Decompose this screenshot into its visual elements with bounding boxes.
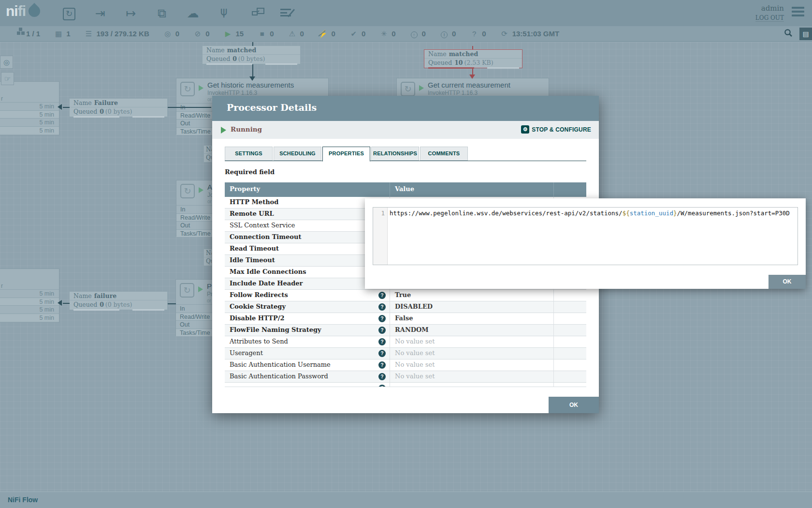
editor-ok-button[interactable]: OK <box>768 275 806 289</box>
processor-name: A <box>207 183 212 191</box>
status-locally-modified-count: 0 <box>392 30 395 38</box>
status-not-transmitting-count: 0 <box>205 30 209 38</box>
property-value: False <box>395 314 413 322</box>
filler-cell <box>554 313 586 324</box>
connection-line <box>472 46 473 49</box>
column-header-filler <box>554 182 586 197</box>
el-variable: station_uuid <box>630 209 673 217</box>
property-value: No value set <box>395 349 435 357</box>
connection-queued-row: Queued10(2.53 KB) <box>424 59 522 67</box>
tab-properties[interactable]: PROPERTIES <box>322 147 370 162</box>
processor-bundle: or <box>207 97 212 102</box>
status-stopped-count: 0 <box>270 30 274 38</box>
connection-name-row: Namematched <box>203 46 300 55</box>
property-value-cell[interactable]: No value set <box>390 348 554 359</box>
editor-code-line[interactable]: https://www.pegelonline.wsv.de/webservic… <box>388 208 798 265</box>
table-row: FlowFile Naming Strategy?RANDOM <box>225 325 586 336</box>
processor-name: P <box>207 282 212 290</box>
percent-bar <box>132 116 164 118</box>
property-value-cell[interactable]: No value set <box>390 359 554 371</box>
help-icon[interactable]: ? <box>378 292 386 299</box>
property-name: Cookie Strategy <box>230 303 286 310</box>
connection-label: NamefailureQueued0(0 bytes) <box>69 291 168 310</box>
remote-process-group-icon: ☁ <box>186 7 200 19</box>
property-name: Idle Timeout <box>230 256 275 264</box>
processor-type-icon: ↻ <box>401 82 415 96</box>
property-value-cell[interactable]: No value set <box>390 336 554 347</box>
help-icon[interactable]: ? <box>378 303 386 311</box>
property-value-cell[interactable]: False <box>390 313 554 324</box>
status-disabled: ⚡0 <box>319 30 335 38</box>
tab-relationships[interactable]: RELATIONSHIPS <box>371 147 419 161</box>
property-value-cell[interactable]: True <box>390 290 554 301</box>
table-row: Disable HTTP/2?False <box>225 313 586 325</box>
property-value: RANDOM <box>395 326 429 333</box>
connection-line <box>168 107 211 108</box>
dialog-title: Processor Details <box>227 102 317 113</box>
percent-bar <box>73 116 119 118</box>
name-value: matched <box>227 46 257 54</box>
property-name: Connection Timeout <box>230 233 301 240</box>
queued-label: Queued <box>73 301 97 308</box>
cluster-icon <box>14 30 22 38</box>
property-value-cell[interactable]: RANDOM <box>390 325 554 336</box>
processor-run-icon <box>419 85 424 91</box>
status-locally-modified: ✳0 <box>380 30 395 38</box>
stale-icon: ↑ <box>410 30 418 38</box>
processor-bundle-fragment: r <box>1 283 3 289</box>
connection-label: NameFailureQueued0(0 bytes) <box>69 98 168 117</box>
tab-comments[interactable]: COMMENTS <box>420 147 468 161</box>
status-not-transmitting: ⊘0 <box>194 30 209 38</box>
help-icon[interactable]: ? <box>378 327 386 334</box>
property-value-cell[interactable]: DISABLED <box>390 301 554 313</box>
property-value-cell[interactable] <box>390 383 554 387</box>
nifi-logo: nifi <box>6 3 40 19</box>
processor-stat-value: 5 min <box>0 110 59 119</box>
stop-and-configure-button[interactable]: ⚙ STOP & CONFIGURE <box>521 125 591 134</box>
help-icon[interactable]: ? <box>378 338 386 345</box>
processor-stat-value: 5 min <box>0 289 59 298</box>
help-icon[interactable]: ? <box>378 361 386 369</box>
queued-count: 10 <box>454 59 463 66</box>
property-value: No value set <box>395 373 435 380</box>
property-name: Max Idle Connections <box>230 268 306 275</box>
tab-scheduling[interactable]: SCHEDULING <box>274 147 321 161</box>
property-value-cell[interactable]: No value set <box>390 371 554 382</box>
help-icon[interactable]: ? <box>378 350 386 357</box>
help-icon[interactable]: ? <box>378 385 386 387</box>
arrowhead-left <box>58 300 62 306</box>
status-running: ▶15 <box>224 30 244 38</box>
editor-line-number: 1 <box>373 208 388 265</box>
status-refresh-count: 13:51:03 GMT <box>512 30 560 38</box>
status-queue-count: 193 / 279.12 KB <box>97 30 149 38</box>
processor-run-icon <box>198 286 203 292</box>
property-name: FlowFile Naming Strategy <box>230 326 321 333</box>
processor-name: Get current measurement <box>428 81 510 89</box>
queued-label: Queued <box>428 59 452 66</box>
name-label: Name <box>73 99 92 106</box>
dialog-ok-button[interactable]: OK <box>549 397 599 413</box>
help-icon[interactable]: ? <box>378 315 386 322</box>
global-menu-icon <box>792 7 804 18</box>
filler-cell <box>554 348 586 359</box>
processor-bundle: or <box>207 199 212 204</box>
connection-line <box>472 68 473 75</box>
processor-stat-value: 5 min <box>0 118 59 126</box>
connection-queued-row: Queued0(0 bytes) <box>70 300 167 309</box>
dialog-status-row: Running ⚙ STOP & CONFIGURE <box>212 121 599 139</box>
processor-stat-value: 5 min <box>0 314 59 322</box>
status-sync-failure: ?0 <box>470 30 486 38</box>
connection-label: NamematchedQueued10(2.53 KB) <box>424 49 522 68</box>
component-toolbar: ↻⇥↦⧉☁⋔ <box>62 0 293 26</box>
processor-type: InvokeHTTP 1.16.3 <box>207 90 257 96</box>
expression-editor[interactable]: 1 https://www.pegelonline.wsv.de/webserv… <box>373 207 798 265</box>
current-user: admin <box>755 4 784 13</box>
property-name-cell: Disable HTTP/2? <box>225 313 390 324</box>
status-cluster: 1 / 1 <box>14 30 40 38</box>
processor-partial: r5 min5 min5 min5 min <box>0 81 59 135</box>
help-icon[interactable]: ? <box>378 373 386 380</box>
status-sync-failure-count: 0 <box>482 30 486 38</box>
funnel-icon: ⋔ <box>217 7 231 19</box>
tab-settings[interactable]: SETTINGS <box>225 147 273 161</box>
queued-label: Queued <box>73 108 97 115</box>
